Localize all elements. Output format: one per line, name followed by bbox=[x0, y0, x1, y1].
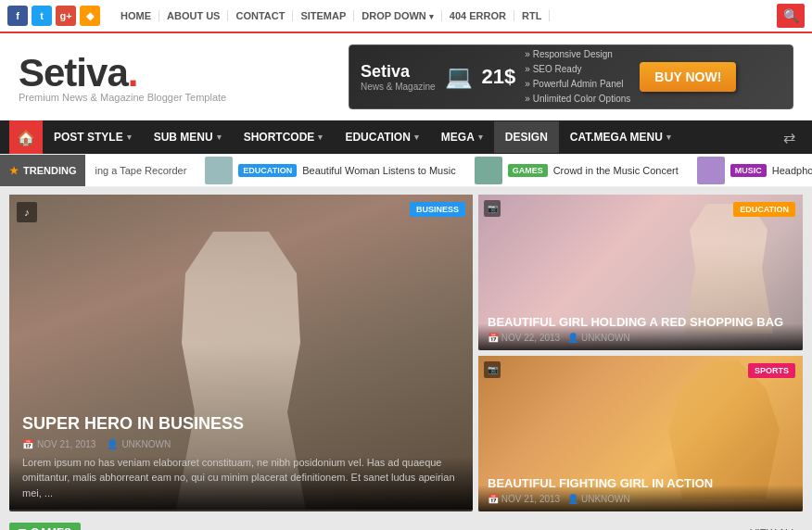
nav-rtl[interactable]: RTL bbox=[514, 10, 550, 21]
nav-shuffle: ⇄ bbox=[776, 129, 803, 146]
main-post-overlay: SUPER HERO IN BUSINESS 📅 NOV 21, 2013 👤 … bbox=[9, 403, 473, 511]
main-post-title: SUPER HERO IN BUSINESS bbox=[22, 414, 460, 434]
trending-badge-games: GAMES bbox=[508, 164, 548, 177]
main-post-excerpt: Lorem ipsum no has veniam elaboraret con… bbox=[22, 455, 460, 501]
trending-badge-music: MUSIC bbox=[730, 164, 767, 177]
nav-shortcode[interactable]: SHORTCODE ▾ bbox=[233, 121, 335, 153]
trending-badge-edu: EDUCATION bbox=[238, 164, 297, 177]
search-button[interactable]: 🔍 bbox=[777, 4, 805, 28]
main-post-date: 📅 NOV 21, 2013 bbox=[22, 439, 95, 449]
nav-education[interactable]: EDUCATION ▾ bbox=[334, 121, 429, 153]
main-nav: 🏠 POST STYLE ▾ SUB MENU ▾ SHORTCODE ▾ ED… bbox=[0, 120, 812, 154]
nav-mega[interactable]: MEGA ▾ bbox=[430, 121, 494, 153]
main-post-meta: 📅 NOV 21, 2013 👤 UNKNOWN bbox=[22, 439, 460, 449]
trending-thumb-2 bbox=[205, 157, 233, 184]
rss-icon[interactable]: ◆ bbox=[80, 6, 100, 26]
side-post-image-2: 📷 SPORTS BEAUTIFUL FIGHTING GIRL IN ACTI… bbox=[478, 356, 803, 511]
banner-price: 21$ bbox=[482, 65, 516, 89]
nav-dropdown[interactable]: DROP DOWN ▾ bbox=[354, 10, 442, 21]
camera-icon-2: 📷 bbox=[484, 361, 501, 378]
shuffle-icon[interactable]: ⇄ bbox=[776, 122, 803, 153]
side-post-1[interactable]: 📷 EDUCATION BEAUTIFUL GIRL HOLDING A RED… bbox=[478, 195, 803, 350]
side-post-title-1: BEAUTIFUL GIRL HOLDING A RED SHOPPING BA… bbox=[488, 315, 793, 329]
nav-design[interactable]: DESIGN bbox=[494, 121, 559, 153]
star-icon: ★ bbox=[9, 165, 19, 177]
googleplus-icon[interactable]: g+ bbox=[56, 6, 76, 26]
games-section: GAMES VIEW ALL › bbox=[0, 519, 812, 530]
trending-bar: ★ TRENDING ing a Tape Recorder EDUCATION… bbox=[0, 154, 812, 187]
side-post-title-2: BEAUTIFUL FIGHTING GIRL IN ACTION bbox=[488, 476, 793, 490]
home-nav-icon[interactable]: 🏠 bbox=[9, 120, 43, 154]
nav-catmega[interactable]: CAT.MEGA MENU ▾ bbox=[559, 121, 682, 153]
banner-ad[interactable]: Setiva News & Magazine 💻 21$ Responsive … bbox=[349, 44, 793, 109]
side-post-badge-2: SPORTS bbox=[748, 363, 795, 378]
nav-about[interactable]: ABOUT US bbox=[159, 10, 228, 21]
section-title-games: GAMES bbox=[9, 523, 81, 530]
side-posts: 📷 EDUCATION BEAUTIFUL GIRL HOLDING A RED… bbox=[478, 195, 803, 511]
nav-sitemap[interactable]: SITEMAP bbox=[293, 10, 354, 21]
side-post-2[interactable]: 📷 SPORTS BEAUTIFUL FIGHTING GIRL IN ACTI… bbox=[478, 356, 803, 511]
content-area: ♪ BUSINESS SUPER HERO IN BUSINESS 📅 NOV … bbox=[0, 187, 812, 519]
music-icon: ♪ bbox=[17, 202, 37, 222]
logo-text: Setiva. bbox=[19, 51, 226, 95]
banner-logo: Setiva News & Magazine bbox=[361, 62, 436, 92]
nav-home[interactable]: HOME bbox=[113, 10, 159, 21]
trending-item-3[interactable]: GAMES Crowd in the Music Concert bbox=[465, 157, 688, 184]
trending-item-2[interactable]: EDUCATION Beautiful Woman Listens to Mus… bbox=[196, 157, 464, 184]
camera-icon-1: 📷 bbox=[484, 200, 501, 217]
logo: Setiva. Premium News & Magazine Blogger … bbox=[19, 51, 226, 103]
section-header: GAMES VIEW ALL › bbox=[9, 523, 803, 530]
trending-thumb-4 bbox=[697, 157, 725, 184]
side-post-badge-1: EDUCATION bbox=[733, 202, 795, 217]
nav-sub-menu[interactable]: SUB MENU ▾ bbox=[143, 121, 233, 153]
side-post-image-1: 📷 EDUCATION BEAUTIFUL GIRL HOLDING A RED… bbox=[478, 195, 803, 350]
side-post-overlay-2: BEAUTIFUL FIGHTING GIRL IN ACTION 📅 NOV … bbox=[478, 467, 803, 511]
logo-tagline: Premium News & Magazine Blogger Template bbox=[19, 92, 226, 103]
main-post-image: ♪ BUSINESS SUPER HERO IN BUSINESS 📅 NOV … bbox=[9, 195, 473, 510]
side-post-meta-2: 📅 NOV 21, 2013 👤 UNKNOWN bbox=[488, 494, 793, 504]
banner-features: Responsive Design SEO Ready Powerful Adm… bbox=[525, 47, 630, 107]
main-post-author: 👤 UNKNOWN bbox=[107, 439, 171, 449]
trending-thumb-3 bbox=[475, 157, 502, 184]
facebook-icon[interactable]: f bbox=[7, 6, 28, 26]
side-post-meta-1: 📅 NOV 22, 2013 👤 UNKNOWN bbox=[488, 333, 793, 343]
trending-title-2: Beautiful Woman Listens to Music bbox=[302, 165, 455, 176]
main-post[interactable]: ♪ BUSINESS SUPER HERO IN BUSINESS 📅 NOV … bbox=[9, 195, 473, 511]
buy-button[interactable]: BUY NOW! bbox=[640, 62, 736, 92]
logo-area: Setiva. Premium News & Magazine Blogger … bbox=[0, 33, 812, 120]
post-badge-business: BUSINESS bbox=[410, 202, 465, 217]
trending-items: ing a Tape Recorder EDUCATION Beautiful … bbox=[85, 157, 812, 184]
trending-item-1[interactable]: ing a Tape Recorder bbox=[85, 165, 196, 176]
trending-title-3: Crowd in the Music Concert bbox=[553, 165, 679, 176]
nav-post-style[interactable]: POST STYLE ▾ bbox=[43, 121, 143, 153]
side-post-overlay-1: BEAUTIFUL GIRL HOLDING A RED SHOPPING BA… bbox=[478, 306, 803, 350]
twitter-icon[interactable]: t bbox=[32, 6, 52, 26]
nav-404[interactable]: 404 ERROR bbox=[442, 10, 514, 21]
banner-device-icon: 💻 bbox=[445, 64, 473, 90]
trending-item-4[interactable]: MUSIC Headphones Make a Awes bbox=[688, 157, 812, 184]
top-nav: HOME ABOUT US CONTACT SITEMAP DROP DOWN … bbox=[113, 10, 773, 21]
trending-label: ★ TRENDING bbox=[0, 154, 85, 187]
top-bar: f t g+ ◆ HOME ABOUT US CONTACT SITEMAP D… bbox=[0, 0, 812, 33]
trending-title-4: Headphones Make a Awes bbox=[772, 165, 812, 176]
nav-contact[interactable]: CONTACT bbox=[228, 10, 293, 21]
